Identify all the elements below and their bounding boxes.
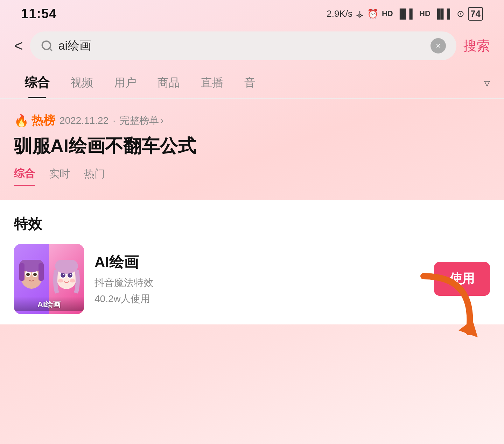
tab-comprehensive[interactable]: 综合 bbox=[14, 67, 60, 98]
battery-indicator: 74 bbox=[468, 7, 483, 21]
svg-rect-8 bbox=[19, 263, 24, 281]
svg-point-6 bbox=[33, 273, 37, 276]
filter-icon[interactable]: ▿ bbox=[484, 76, 490, 90]
status-time: 11:54 bbox=[21, 6, 57, 21]
fire-icon: 🔥 bbox=[14, 114, 29, 128]
search-area: < ai绘画 × 搜索 bbox=[0, 24, 504, 67]
hot-title: 驯服AI绘画不翻车公式 bbox=[14, 134, 490, 158]
tab-live[interactable]: 直播 bbox=[190, 68, 234, 98]
chevron-right-icon: › bbox=[160, 115, 163, 126]
sub-tab-realtime[interactable]: 实时 bbox=[49, 167, 70, 185]
tab-product[interactable]: 商品 bbox=[147, 68, 190, 98]
right-face-svg bbox=[51, 260, 82, 298]
hot-full-list-link[interactable]: 完整榜单 › bbox=[120, 114, 163, 127]
effect-info: AI绘画 抖音魔法特效 40.2w人使用 bbox=[94, 252, 424, 306]
hot-date: 2022.11.22 bbox=[59, 115, 108, 126]
svg-point-5 bbox=[26, 273, 30, 276]
signal-bars-2: ▐▌▌ bbox=[434, 8, 453, 19]
search-button[interactable]: 搜索 bbox=[463, 37, 490, 55]
signal-hd-2: HD bbox=[419, 9, 430, 18]
svg-line-1 bbox=[49, 48, 52, 51]
tab-music[interactable]: 音 bbox=[234, 68, 266, 98]
sub-tab-comprehensive[interactable]: 综合 bbox=[14, 166, 35, 186]
svg-point-15 bbox=[63, 274, 64, 275]
sub-tab-hot[interactable]: 热门 bbox=[84, 167, 105, 185]
orange-arrow-icon bbox=[413, 269, 483, 346]
effect-thumbnail: AI绘画 bbox=[14, 244, 84, 314]
search-icon bbox=[41, 40, 53, 52]
effects-title: 特效 bbox=[14, 214, 490, 234]
effect-source: 抖音魔法特效 bbox=[94, 276, 424, 289]
bluetooth-icon: ⚶ bbox=[356, 8, 364, 19]
hot-badge: 🔥 热榜 bbox=[14, 113, 55, 129]
effect-name: AI绘画 bbox=[94, 252, 424, 272]
back-button[interactable]: < bbox=[14, 38, 23, 53]
svg-point-18 bbox=[70, 279, 75, 282]
svg-rect-9 bbox=[38, 263, 44, 281]
status-bar: 11:54 2.9K/s ⚶ ⏰ HD ▐▌▌ HD ▐▌▌ ⊙ 74 bbox=[0, 0, 504, 24]
hot-section: 🔥 热榜 2022.11.22 · 完整榜单 › 驯服AI绘画不翻车公式 综合 … bbox=[0, 99, 504, 193]
status-icons: 2.9K/s ⚶ ⏰ HD ▐▌▌ HD ▐▌▌ ⊙ 74 bbox=[327, 7, 483, 21]
tab-video[interactable]: 视频 bbox=[60, 68, 104, 98]
clear-button[interactable]: × bbox=[430, 38, 446, 53]
tab-user[interactable]: 用户 bbox=[104, 68, 147, 98]
nav-tabs: 综合 视频 用户 商品 直播 音 ▿ bbox=[0, 67, 504, 99]
effect-users: 40.2w人使用 bbox=[94, 292, 424, 306]
thumb-label: AI绘画 bbox=[14, 296, 84, 311]
hot-header: 🔥 热榜 2022.11.22 · 完整榜单 › bbox=[14, 113, 490, 129]
svg-point-17 bbox=[58, 279, 63, 282]
effect-thumb-inner: AI绘画 bbox=[14, 244, 84, 314]
search-input[interactable]: ai绘画 bbox=[58, 38, 425, 54]
left-face-svg bbox=[16, 260, 47, 298]
hot-dot: · bbox=[113, 115, 115, 126]
search-box: ai绘画 × bbox=[30, 31, 456, 60]
wifi-icon: ⊙ bbox=[457, 8, 464, 19]
divider bbox=[0, 193, 504, 193]
signal-hd-1: HD bbox=[382, 9, 393, 18]
svg-point-16 bbox=[70, 274, 71, 275]
network-speed: 2.9K/s bbox=[327, 8, 352, 19]
alarm-icon: ⏰ bbox=[367, 8, 378, 19]
signal-bars-1: ▐▌▌ bbox=[397, 8, 416, 19]
sub-tabs: 综合 实时 热门 bbox=[14, 166, 490, 186]
arrow-container bbox=[413, 269, 483, 346]
